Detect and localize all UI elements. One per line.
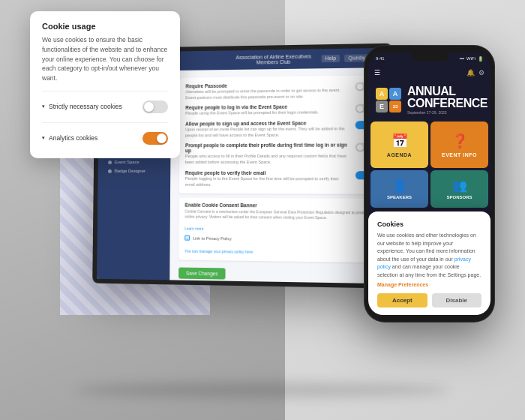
conf-letter-23: 23 [389,100,401,112]
checkbox-label: Link to Privacy Policy [193,236,232,241]
conf-letter-A2: A [389,88,401,100]
accept-cookies-button[interactable]: Accept [377,293,428,308]
gdpr-title: Enable Cookie Consent Banner [185,202,373,209]
app-page-title: Association of Airline Executives Member… [230,53,316,65]
settings-row-1: Require Passcode Attendees will be promp… [185,81,372,100]
manage-link-row: You can manage your privacy policy here. [184,242,373,258]
cookie-row-necessary: ▾ Strictly necessary cookies [42,98,168,116]
battery-icon: 🔋 [478,56,483,62]
conf-letter-E: E [376,100,388,112]
phone-cookie-overlay: Cookies We use cookies and other technol… [368,212,490,315]
device-shadow [75,382,450,398]
sidebar-item-label: Badge Designer [115,169,146,173]
cookie-popup-desktop: Cookie usage We use cookies to ensure th… [30,11,180,158]
event-info-icon: ❓ [452,133,468,149]
settings-text: Allow people to sign up and access the E… [185,120,350,138]
conf-letter-A1: A [376,88,388,100]
settings-text: Require people to log in via the Event S… [185,104,349,116]
speakers-icon: 👤 [392,178,407,193]
agenda-button[interactable]: 📅 AGENDA [370,122,428,168]
chevron-down-icon: ▾ [42,104,45,110]
settings-section: Require Passcode Attendees will be promp… [179,75,379,194]
cookie-necessary-toggle[interactable] [142,100,168,113]
settings-row-desc: Attendees will be prompted to enter the … [185,88,349,101]
agenda-icon: 📅 [392,133,408,149]
privacy-checkbox[interactable]: ✓ [184,236,190,241]
conf-badge: A A E 23 [376,88,401,112]
event-info-label: EVENT INFO [442,152,477,158]
phone-appbar: ☰ 🔔 ⚙ [368,64,490,81]
phone-notch [411,52,448,62]
cookie-desc-text-2: and can manage your cookie selection at … [377,264,481,278]
cookie-analytics-toggle[interactable] [142,132,168,145]
phone-time: 9:41 [376,56,385,61]
settings-row-title: Prompt people to complete their profile … [185,142,350,154]
conf-badge-row-2: E 23 [376,100,401,112]
phone: 9:41 ▪▪▪ WiFi 🔋 ☰ 🔔 ⚙ [364,45,495,322]
settings-row-desc: People using the Event Space will be pro… [185,110,349,116]
help-btn[interactable]: Help [321,55,340,62]
conf-badge-row-1: A A [376,88,401,100]
chevron-down-icon: ▾ [42,135,45,141]
sidebar-item-label: Event Space [115,160,140,164]
phone-cookie-desc: We use cookies and other technologies on… [377,232,482,279]
settings-text: Require Passcode Attendees will be promp… [185,82,349,101]
cookie-row-analytics: ▾ Analytics cookies [42,129,168,148]
settings-row-desc: People logging in to the Event Space for… [185,176,350,188]
settings-row-5: Require people to verify their email Peo… [185,170,373,188]
phone-grid: 📅 AGENDA ❓ EVENT INFO [368,119,490,170]
cookie-row-left: ▾ Analytics cookies [42,134,98,142]
checkbox-row: ✓ Link to Privacy Policy [184,236,373,243]
phone-bottom-row: 👤 SPEAKERS 👥 SPONSORS [368,170,490,208]
conf-title-block: ANNUALCONFERENCE September 27-29, 2023 [407,86,488,115]
disable-cookies-button[interactable]: Disable [432,293,482,308]
settings-row-2: Require people to log in via the Event S… [185,104,372,117]
speakers-label: SPEAKERS [387,195,412,200]
phone-cookie-title: Cookies [377,220,482,228]
settings-row-title: Allow people to sign up and access the E… [185,120,349,126]
manage-preferences-link[interactable]: Manage Preferences [377,282,482,287]
settings-text: Require people to verify their email Peo… [185,170,350,188]
cookie-title: Cookie usage [42,22,168,31]
cookie-divider-2 [42,122,168,123]
settings-text: Prompt people to complete their profile … [185,142,350,166]
sidebar-item-badge[interactable]: Badge Designer [104,166,164,176]
phone-cookie-buttons: Accept Disable [377,293,482,308]
hamburger-icon[interactable]: ☰ [374,69,380,76]
app-main: Require Passcode Attendees will be promp… [170,68,388,284]
agenda-label: AGENDA [387,152,412,158]
sponsors-label: SPONSORS [446,195,472,200]
event-info-button[interactable]: ❓ EVENT INFO [430,122,488,168]
gdpr-learn-more-link[interactable]: Learn more [184,226,203,231]
cookie-desc: We use cookies to ensure the basic funct… [42,35,168,83]
save-changes-button[interactable]: Save Changes [178,268,225,280]
speakers-button[interactable]: 👤 SPEAKERS [370,170,428,208]
cookie-necessary-label: Strictly necessary cookies [49,103,122,110]
scene: eventnote Session Booking Association of… [0,0,525,420]
gdpr-section: Enable Cookie Consent Banner Cookie Cons… [178,198,379,263]
cookie-row-left: ▾ Strictly necessary cookies [42,103,122,110]
settings-row-title: Require people to verify their email [185,170,350,176]
settings-row-3: Allow people to sign up and access the E… [185,120,372,139]
conf-title: ANNUALCONFERENCE [407,86,488,110]
settings-row-desc: People who access to fill in their Profi… [185,154,350,166]
wifi-icon: WiFi [466,56,476,62]
manage-privacy-link[interactable]: You can manage your privacy policy here. [184,249,254,254]
signal-icon: ▪▪▪ [460,56,464,62]
cookie-analytics-label: Analytics cookies [49,134,98,142]
settings-row-4: Prompt people to complete their profile … [185,142,373,166]
cookie-divider [42,91,168,92]
phone-frame: 9:41 ▪▪▪ WiFi 🔋 ☰ 🔔 ⚙ [364,45,495,322]
conference-header: A A E 23 ANNUALCONFERENCE September 27-2… [368,81,490,119]
sidebar-item-event-space[interactable]: Event Space [104,158,164,166]
settings-row-desc: Upon receipt of an invite People list ca… [185,126,350,138]
search-icon[interactable]: ⚙ [478,69,484,76]
phone-screen: 9:41 ▪▪▪ WiFi 🔋 ☰ 🔔 ⚙ [368,52,490,315]
phone-status-icons: ▪▪▪ WiFi 🔋 [460,56,483,62]
conf-subtitle: September 27-29, 2023 [407,110,488,115]
sponsors-icon: 👥 [452,178,467,193]
dot-icon [108,169,112,172]
sponsors-button[interactable]: 👥 SPONSORS [430,170,488,208]
bell-icon[interactable]: 🔔 [466,69,475,76]
gdpr-desc: Cookie Consent is a mechanism under the … [184,209,373,221]
